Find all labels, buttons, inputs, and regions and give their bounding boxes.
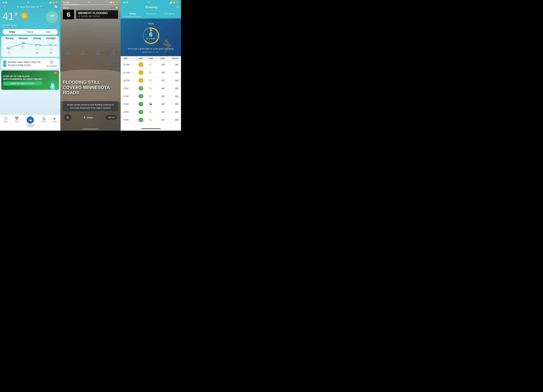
forecast-icon-3: ☁️: [45, 47, 57, 51]
forecast-icon-1: ⛅: [17, 45, 30, 49]
status-icons-p3: 📶 🔋: [170, 1, 178, 4]
refresh-icon-p1[interactable]: 🔄: [54, 5, 58, 9]
location-name: New York City, NY: [20, 6, 40, 8]
cell-cond: ⛅: [146, 79, 155, 82]
tab-today[interactable]: Today: [3, 30, 21, 34]
wifi-icon-p1: 📶: [52, 1, 55, 4]
cell-precip: 6%: [165, 119, 178, 121]
rwi-value: 6: [149, 32, 152, 38]
cell-rwi: 7: [136, 118, 146, 122]
time-p1: 9:26: [3, 1, 7, 4]
nav-daily[interactable]: 📅 Daily: [15, 117, 19, 127]
filter-icon-p3[interactable]: ≡: [177, 6, 178, 9]
condition-icon: ⛅: [149, 118, 152, 122]
cell-precip: 0%: [165, 95, 178, 97]
calendar-icon: 📅: [15, 117, 19, 120]
encourage-text: You've got a green light for some good r…: [128, 47, 174, 50]
cell-temp: 51°: [155, 111, 165, 113]
condition-icon: 🌤: [149, 102, 152, 106]
status-bar-p1: 9:26 ✈ 📶 🔋: [0, 0, 60, 4]
rwi-badge: 6: [139, 70, 143, 75]
nav-arrow-p3: ➤: [148, 1, 150, 4]
video-progress-bar[interactable]: [63, 5, 118, 5]
nav-radar[interactable]: 📡 Radar: [42, 117, 46, 127]
close-button[interactable]: ✕: [115, 6, 118, 10]
cell-precip: 0%: [165, 79, 178, 82]
forecast-precip-2: 10%: [31, 52, 43, 54]
badge-label: LOCAL: [49, 18, 55, 20]
cell-cond: ⛅: [146, 94, 155, 98]
tab-this-week-p3[interactable]: This Week: [160, 11, 178, 17]
cell-precip: 0%: [165, 103, 178, 105]
baseball-icon: ⚾: [49, 60, 54, 64]
cell-temp: 51°: [155, 119, 165, 121]
local-badge: 🗺 LOCAL: [46, 11, 58, 23]
table-row: 2 PM 7 ⛅ 50° 0%: [121, 92, 181, 100]
forecast-label-3: Overnight: [45, 37, 57, 40]
forecast-icon-2: ☁️: [31, 47, 43, 51]
condition-icon: ⛅: [149, 110, 152, 114]
running-app-panel: 9:26 ➤ 📶 🔋 ← Running ≡ Today Tomorrow: [121, 0, 181, 131]
forecast-col-evening: Evening 47° ☁️ 10%: [30, 36, 44, 57]
nav-hourly-label: Hourly: [3, 121, 8, 122]
p3-nav-row: ← Running ≡: [121, 4, 181, 11]
status-icons-p1: 📶 🔋: [49, 1, 58, 4]
rwi-badge: 7: [139, 102, 143, 106]
news-card: APR Baseball season begins today! The fo…: [1, 58, 59, 69]
bottom-navigation: 🕐 Hourly 📅 Daily 🌤 The Weather Channel 📡…: [0, 115, 60, 131]
th-temp: TEMP: [155, 57, 165, 59]
runner-silhouette: 🏃: [158, 37, 178, 56]
cell-cond: ⛅: [146, 87, 155, 90]
news-title-block: MIDWEST FLOODING LE SUEUR, MN • 3/25/19: [76, 10, 118, 19]
share-button[interactable]: ⬆ Share: [84, 116, 93, 119]
forecast-temp-1: 51°: [17, 42, 30, 44]
cell-temp: 50°: [155, 103, 165, 105]
cell-precip: 0%: [165, 71, 178, 74]
video-controls: 🔇 ⬆ Share -00:14: [60, 114, 121, 121]
nav-radar-label: Radar: [42, 121, 46, 122]
nav-weather-channel[interactable]: 🌤 The Weather Channel: [25, 117, 35, 127]
forecast-precip-3: 10%: [45, 52, 57, 54]
cell-precip: 0%: [165, 87, 178, 90]
forecast-label-1: Afternoon: [17, 37, 30, 40]
back-button-p3[interactable]: ←: [123, 6, 126, 9]
tab-hourly[interactable]: Hourly: [21, 30, 39, 34]
battery-icon-p3: 🔋: [176, 1, 178, 4]
location-bar[interactable]: ➤ New York City, NY 🔍: [17, 5, 43, 8]
panel3-header: 9:26 ➤ 📶 🔋 ← Running ≡ Today Tomorrow: [121, 0, 181, 18]
cell-cond: ⛅: [146, 118, 155, 122]
share-icon: ⬆: [84, 116, 86, 119]
forecast-col-overnight: Overnight 47° ☁️ 10%: [44, 36, 58, 57]
scale-text: Index Scale ( 1 - 10 ): [142, 51, 159, 53]
mute-button[interactable]: 🔇: [64, 114, 71, 121]
forecast-col-morning: Morning 43° ⛅: [3, 36, 17, 57]
cell-temp: 50°: [155, 95, 165, 97]
tree-4: 🌲: [110, 50, 117, 56]
wifi-icon-p3: 📶: [173, 1, 175, 4]
tab-daily[interactable]: Daily: [39, 30, 57, 34]
cell-rwi: 7: [136, 102, 146, 106]
tab-tomorrow-p3[interactable]: Tomorrow: [141, 11, 160, 17]
ad-cta-button[interactable]: MAKE THE SWITCH TODAY ›: [3, 82, 42, 85]
ad-headline: STEP UP TO THE PLATEWITH POWERFUL ALLERG…: [3, 75, 42, 81]
search-icon-p1[interactable]: 🔍: [40, 5, 43, 8]
tab-today-p3[interactable]: Today: [123, 11, 141, 17]
table-row: 11 AM 6 ⛅ 45° 0%: [121, 69, 181, 77]
cell-temp: 47°: [155, 79, 165, 82]
nav-video[interactable]: ▶ Video: [53, 117, 57, 127]
forecast-col-afternoon: Afternoon 51° ⛅: [17, 36, 30, 57]
condition-icon: ⛅: [149, 79, 152, 82]
nav-hourly[interactable]: 🕐 Hourly: [3, 117, 8, 127]
sun-icon: ☀️: [19, 11, 30, 21]
table-row: 12 PM 6 ⛅ 47° 0%: [121, 77, 181, 85]
home-indicator-p3: [121, 127, 181, 131]
subheadline-text: Roads remain closed as river flooding co…: [65, 103, 116, 109]
news-card-text: Baseball season begins today! The foreca…: [8, 61, 44, 67]
rwi-badge: 7: [139, 110, 143, 114]
settings-icon-p1[interactable]: ⚙️: [3, 5, 6, 9]
cell-time: 10 AM: [123, 63, 136, 66]
rwi-badge: 7: [139, 118, 143, 122]
see-details-link[interactable]: See Details: [46, 65, 57, 67]
location-arrow-icon: ➤: [17, 5, 19, 8]
cell-time: 4 PM: [123, 111, 136, 113]
